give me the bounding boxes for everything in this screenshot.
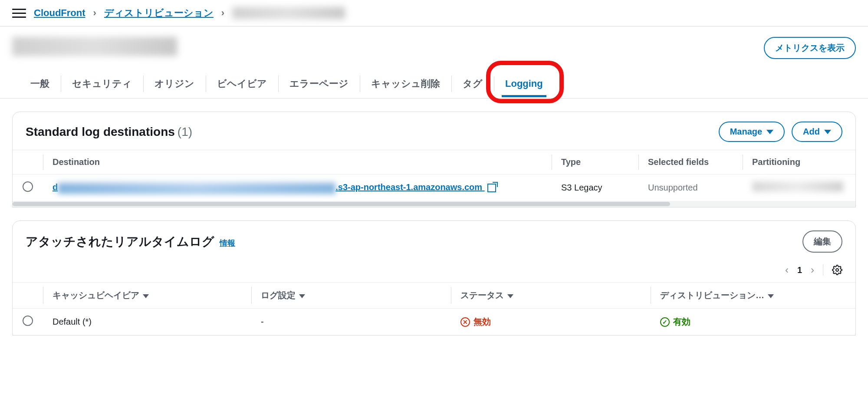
tab-label: Logging (505, 78, 543, 89)
tab-tags[interactable]: タグ (451, 71, 494, 98)
table-row[interactable]: Default (*) - ✕ 無効 ✓ 有効 (13, 309, 855, 336)
col-type[interactable]: Type (552, 150, 638, 174)
col-selected-fields[interactable]: Selected fields (638, 150, 743, 174)
tab-logging[interactable]: Logging (494, 72, 554, 97)
status-badge-enabled: ✓ 有効 (660, 316, 690, 328)
divider (823, 264, 823, 276)
next-page-icon[interactable]: › (811, 264, 814, 276)
breadcrumb-root[interactable]: CloudFront (34, 7, 85, 19)
row-radio[interactable] (23, 181, 33, 192)
sort-icon (299, 294, 305, 298)
col-status[interactable]: ステータス (451, 283, 651, 309)
breadcrumb-current-redacted (232, 7, 345, 19)
standard-log-title: Standard log destinations (1) (26, 125, 192, 139)
add-button[interactable]: Add (792, 122, 842, 142)
chevron-right-icon: › (93, 7, 96, 19)
standard-log-panel: Standard log destinations (1) Manage Add… (12, 112, 856, 207)
scrollbar-thumb[interactable] (13, 202, 670, 206)
edit-label: 編集 (814, 236, 831, 247)
realtime-log-table: キャッシュビヘイビア ログ設定 ステータス ディストリビューション… Defau… (13, 282, 855, 335)
cell-behavior: Default (*) (43, 309, 251, 336)
chevron-right-icon: › (221, 7, 224, 19)
col-behavior[interactable]: キャッシュビヘイビア (43, 283, 251, 309)
caret-down-icon (824, 130, 831, 134)
partitioning-redacted (752, 181, 843, 192)
tab-errorpages[interactable]: エラーページ (278, 71, 360, 98)
tab-label: ビヘイビア (217, 78, 267, 89)
col-partitioning[interactable]: Partitioning (743, 150, 855, 174)
gear-icon[interactable] (832, 265, 842, 275)
cell-status: ✕ 無効 (451, 309, 651, 336)
tab-label: 一般 (30, 78, 49, 89)
table-row[interactable]: d.s3-ap-northeast-1.amazonaws.com S3 Leg… (13, 174, 855, 201)
manage-button[interactable]: Manage (719, 122, 785, 142)
view-metrics-button[interactable]: メトリクスを表示 (764, 37, 856, 59)
error-circle-icon: ✕ (460, 317, 470, 327)
hamburger-icon[interactable] (12, 6, 26, 20)
destination-link[interactable]: d.s3-ap-northeast-1.amazonaws.com (53, 182, 496, 192)
panel-title-text: Standard log destinations (26, 125, 175, 139)
external-link-icon (487, 184, 496, 192)
cell-distribution: ✓ 有効 (651, 309, 855, 336)
caret-down-icon (766, 130, 773, 134)
status-badge-disabled: ✕ 無効 (460, 316, 491, 328)
page-number: 1 (797, 265, 802, 275)
standard-log-table: Destination Type Selected fields Partiti… (13, 150, 855, 201)
tabs: 一般 セキュリティ オリジン ビヘイビア エラーページ キャッシュ削除 タグ L… (0, 59, 868, 99)
cell-type: S3 Legacy (552, 174, 638, 201)
breadcrumb-bar: CloudFront › ディストリビューション › (0, 0, 868, 26)
page-header: メトリクスを表示 (0, 26, 868, 59)
panel-title-count: (1) (178, 125, 192, 139)
realtime-log-panel: アタッチされたリアルタイムログ 情報 編集 ‹ 1 › キャッシュビヘイビア ロ… (12, 220, 856, 336)
page-title-redacted (12, 37, 177, 56)
panel-title-text: アタッチされたリアルタイムログ (26, 234, 214, 250)
tab-label: キャッシュ削除 (371, 78, 440, 89)
info-link[interactable]: 情報 (220, 238, 235, 248)
col-select (13, 150, 43, 174)
tab-security[interactable]: セキュリティ (61, 71, 143, 98)
manage-label: Manage (730, 127, 762, 137)
breadcrumb-distributions[interactable]: ディストリビューション (104, 7, 214, 20)
cell-destination: d.s3-ap-northeast-1.amazonaws.com (43, 174, 552, 201)
tab-origins[interactable]: オリジン (143, 71, 206, 98)
tab-label: セキュリティ (72, 78, 132, 89)
edit-button[interactable]: 編集 (802, 230, 842, 253)
pager: ‹ 1 › (13, 260, 855, 282)
cell-config: - (251, 309, 451, 336)
horizontal-scrollbar[interactable] (13, 201, 855, 207)
col-destination[interactable]: Destination (43, 150, 552, 174)
view-metrics-label: メトリクスを表示 (775, 42, 845, 54)
destination-redacted (58, 183, 335, 193)
sort-icon (768, 294, 774, 298)
col-distribution[interactable]: ディストリビューション… (651, 283, 855, 309)
col-select (13, 283, 43, 309)
row-radio[interactable] (23, 316, 33, 326)
cell-partitioning (743, 174, 855, 201)
sort-icon (507, 294, 513, 298)
cell-selected-fields: Unsupported (638, 174, 743, 201)
realtime-log-title: アタッチされたリアルタイムログ 情報 (26, 234, 235, 250)
svg-point-0 (836, 269, 838, 271)
tab-label: エラーページ (289, 78, 349, 89)
tab-label: オリジン (155, 78, 194, 89)
tab-behaviors[interactable]: ビヘイビア (206, 71, 278, 98)
tab-general[interactable]: 一般 (19, 71, 61, 98)
col-config[interactable]: ログ設定 (251, 283, 451, 309)
prev-page-icon[interactable]: ‹ (785, 264, 789, 276)
check-circle-icon: ✓ (660, 317, 670, 327)
tab-label: タグ (463, 78, 483, 89)
sort-icon (143, 294, 149, 298)
add-label: Add (803, 127, 820, 137)
tab-invalidation[interactable]: キャッシュ削除 (360, 71, 451, 98)
